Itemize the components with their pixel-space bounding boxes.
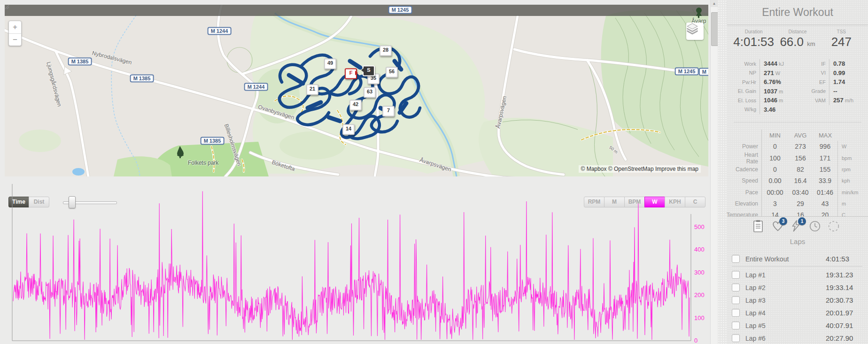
metric-icons-row: 3 1 [752, 220, 841, 236]
zoom-in-button[interactable]: + [9, 21, 21, 34]
route-marker[interactable]: 21 [306, 84, 318, 95]
road-shield: M 1 [699, 68, 708, 76]
scrollbar-thumb[interactable] [711, 12, 718, 46]
lap-row[interactable]: Lap #540:07.91 [732, 319, 862, 332]
detail-label: NP [734, 69, 760, 78]
detail-value: 257m/h [829, 97, 864, 104]
stats-avg: 156 [788, 154, 813, 162]
scrollbar-up-arrow[interactable]: ▲ [711, 0, 718, 7]
route-map[interactable]: M 1385 M 1385 M 1244 M 1244 M 1385 M 124… [5, 5, 708, 176]
summary-stats: Duration 4:01:53 Distance 66.0 km TSS 24… [732, 29, 863, 49]
lap-name: Lap #6 [745, 335, 826, 342]
road-shield: M 1385 [68, 58, 92, 66]
detail-value: 6.76% [760, 78, 805, 85]
lap-name: Lap #5 [745, 322, 826, 329]
lap-name: Lap #2 [745, 284, 826, 291]
stats-corner [734, 130, 762, 141]
lap-checkbox[interactable] [732, 255, 740, 263]
detail-label: Pw:Hr [734, 77, 760, 87]
lap-row[interactable]: Lap #420:01.97 [732, 306, 862, 319]
lap-row[interactable]: Entire Workout4:01:53 [732, 252, 862, 267]
stats-row-label: Heart Rate [734, 153, 762, 164]
stats-min: 0 [762, 143, 788, 150]
detail-value: 1046m [760, 97, 805, 104]
stats-avg: 29 [788, 200, 813, 207]
route-marker[interactable]: 42 [349, 100, 362, 111]
workout-summary-sidebar: Entire Workout Duration 4:01:53 Distance… [727, 0, 868, 344]
stats-row-label: Power [734, 141, 762, 152]
route-marker[interactable]: 14 [342, 124, 355, 135]
zoom-out-button[interactable]: − [9, 34, 21, 46]
lap-checkbox[interactable] [732, 271, 740, 279]
stats-header: MAX [813, 132, 838, 139]
detail-value: 1037m [760, 88, 805, 95]
power-peaks-icon[interactable]: 1 [790, 220, 803, 234]
improve-map-link[interactable]: Improve this map [655, 166, 698, 172]
panel-gutter [718, 0, 727, 344]
stats-unit: m [838, 201, 865, 206]
finish-marker[interactable]: F [345, 69, 357, 79]
stats-avg: 273 [788, 143, 813, 150]
power-series-line [13, 191, 690, 340]
stats-min: 00:00 [762, 189, 788, 196]
lap-time: 4:01:53 [826, 255, 862, 263]
route-marker[interactable]: 49 [324, 59, 336, 69]
selection-circle-icon[interactable] [828, 220, 841, 234]
lap-checkbox[interactable] [732, 309, 740, 317]
start-marker[interactable]: S [363, 66, 375, 76]
power-chart[interactable]: 500 400 300 200 100 0 [5, 176, 715, 344]
attribution-text: © Mapbox © OpenStreetMap [581, 166, 654, 172]
route-marker[interactable]: 28 [380, 46, 392, 56]
detail-label: W/kg [734, 105, 760, 115]
detail-label: IF [805, 59, 829, 69]
lap-name: Entire Workout [745, 255, 826, 263]
detail-label: El. Loss [734, 96, 760, 105]
power-badge: 1 [798, 217, 806, 225]
stats-min: 0.00 [762, 177, 788, 184]
stats-row-label: Elevation [734, 198, 762, 209]
lap-checkbox[interactable] [732, 296, 740, 304]
lap-row[interactable]: Lap #219:33.14 [732, 281, 862, 294]
stats-max: 171 [813, 153, 838, 164]
lap-row[interactable]: Lap #320:30.73 [732, 294, 862, 306]
stats-unit: kph [838, 178, 865, 183]
map-canvas [5, 5, 708, 176]
workout-analysis-page: { "map": { "attribution_text": "© Mapbox… [0, 0, 868, 344]
road-shield: M 1385 [130, 75, 154, 83]
map-layers-button[interactable] [686, 23, 704, 40]
lap-checkbox[interactable] [732, 334, 740, 342]
route-marker[interactable]: 7 [382, 106, 395, 117]
lap-time: 20:01.97 [826, 309, 862, 317]
summary-duration: Duration 4:01:53 [732, 29, 775, 49]
lap-checkbox[interactable] [732, 321, 740, 329]
road-shield: M 1244 [208, 27, 232, 35]
route-marker[interactable]: 63 [364, 87, 376, 98]
poi-label-folkets-park: Folkets park [188, 160, 218, 166]
detail-value: 1.74 [829, 78, 864, 85]
stats-row-label: Cadence [734, 164, 762, 175]
detail-label: El. Gain [734, 87, 760, 96]
lap-time: 19:33.14 [826, 283, 862, 291]
stats-header: AVG [788, 132, 813, 139]
laps-panel: 3 1 Laps Entire Workout4:01:53Lap #119:3… [727, 216, 868, 344]
summary-distance: Distance 66.0 km [775, 29, 819, 49]
lap-checkbox[interactable] [732, 283, 740, 291]
lap-row[interactable]: Lap #119:31.23 [732, 268, 862, 281]
lap-row[interactable]: Lap #620:27.90 [732, 332, 862, 344]
heart-rate-icon[interactable]: 3 [771, 220, 784, 234]
map-resize-icon[interactable] [5, 5, 9, 9]
time-icon[interactable] [809, 220, 822, 234]
stats-min: 3 [762, 200, 788, 207]
svg-text:0: 0 [694, 337, 698, 344]
detail-value: -- [829, 88, 864, 95]
detail-label: VAM [805, 96, 829, 105]
route-marker[interactable]: 56 [386, 67, 398, 78]
stats-max: 996 [813, 141, 838, 152]
road-shield: M 1245 [388, 6, 412, 14]
notes-icon[interactable] [752, 220, 766, 234]
laps-heading: Laps [727, 237, 868, 245]
stats-unit: rpm [838, 167, 865, 172]
detail-label: Work [734, 59, 760, 69]
stats-header: MIN [762, 132, 788, 139]
detail-value: 271W [760, 69, 805, 76]
